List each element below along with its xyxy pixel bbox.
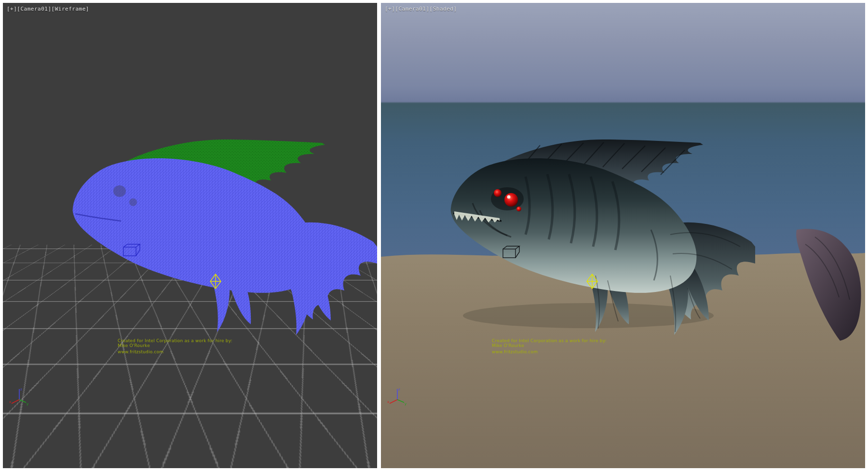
fish-body [73, 158, 319, 293]
fish-eye-third [516, 207, 521, 211]
viewport-wireframe[interactable]: [+][Camera01][Wireframe] Created for Int… [3, 3, 377, 468]
axis-z-label: z [398, 388, 400, 391]
fish-eye-small [129, 198, 137, 206]
eye-highlight [507, 195, 511, 199]
fish-eye-main [504, 193, 518, 207]
scene-shaded [381, 3, 865, 468]
axis-z-label: z [20, 388, 22, 391]
viewport-label[interactable]: [+][Camera01][Shaded] [385, 6, 457, 12]
axis-x-label: x [9, 400, 11, 404]
scene-wireframe [3, 3, 377, 468]
fish-model-wireframe[interactable] [73, 139, 377, 335]
axis-x [12, 400, 19, 403]
world-axis-gizmo: z x y [9, 385, 30, 406]
watermark-line-3: www.fritzstudio.com [118, 349, 232, 354]
axis-y [19, 400, 26, 403]
world-axis-gizmo: z x y [387, 385, 408, 406]
axis-y-label: y [27, 402, 28, 406]
watermark-line-2: Mike O'Rourke [492, 343, 607, 348]
axis-x [390, 400, 397, 403]
watermark-line-2: Mike O'Rourke [118, 343, 232, 348]
watermark: Created for Intel Corporation as a work … [492, 338, 607, 354]
fish-eye-second [494, 189, 502, 197]
watermark: Created for Intel Corporation as a work … [118, 338, 232, 354]
watermark-line-1: Created for Intel Corporation as a work … [492, 338, 607, 343]
axis-y [397, 400, 404, 403]
viewport-label[interactable]: [+][Camera01][Wireframe] [7, 6, 89, 12]
viewport-shaded[interactable]: [+][Camera01][Shaded] Created for Intel … [381, 3, 865, 468]
axis-y-label: y [405, 402, 407, 406]
fish-eye-left [113, 185, 126, 197]
watermark-line-1: Created for Intel Corporation as a work … [118, 338, 232, 343]
viewport-layout: [+][Camera01][Wireframe] Created for Int… [0, 0, 868, 472]
axis-x-label: x [387, 400, 389, 404]
watermark-line-3: www.fritzstudio.com [492, 349, 607, 354]
